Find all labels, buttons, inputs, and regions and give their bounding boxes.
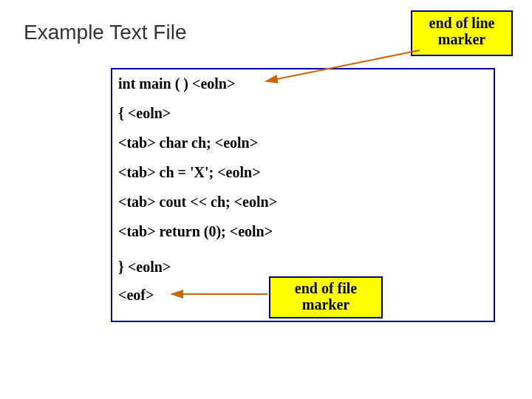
eof-label-line1: end of file — [270, 280, 381, 296]
end-of-line-label-box: end of line marker — [411, 10, 513, 56]
eof-marker: <eof> — [118, 287, 154, 303]
tab-marker: <tab> — [118, 223, 156, 239]
code-line-6: <tab> return (0); <eoln> — [118, 223, 273, 240]
eoln-marker: <eoln> — [215, 134, 258, 151]
code-line-8: <eof> — [118, 287, 154, 304]
tab-marker: <tab> — [118, 164, 156, 180]
eol-label-line1: end of line — [412, 15, 511, 31]
eoln-marker: <eoln> — [234, 194, 277, 210]
code-text: return (0); — [156, 223, 230, 239]
code-line-2: { <eoln> — [118, 105, 171, 122]
eoln-marker: <eoln> — [217, 164, 260, 180]
tab-marker: <tab> — [118, 134, 156, 151]
eoln-marker: <eoln> — [192, 75, 235, 92]
code-text: char ch; — [156, 134, 215, 151]
eoln-marker: <eoln> — [230, 223, 273, 239]
code-text: ch = 'X'; — [156, 164, 218, 180]
code-line-1: int main ( ) <eoln> — [118, 75, 235, 92]
code-text: int main ( ) — [118, 75, 192, 92]
code-line-5: <tab> cout << ch; <eoln> — [118, 194, 277, 211]
page-title: Example Text File — [24, 21, 186, 44]
code-text: { — [118, 105, 128, 121]
code-line-4: <tab> ch = 'X'; <eoln> — [118, 164, 261, 181]
eof-label-line2: marker — [270, 296, 381, 313]
eoln-marker: <eoln> — [128, 259, 171, 275]
code-text: } — [118, 259, 128, 275]
code-text: cout << ch; — [156, 194, 234, 210]
code-line-3: <tab> char ch; <eoln> — [118, 134, 258, 151]
end-of-file-label-box: end of file marker — [269, 276, 383, 318]
tab-marker: <tab> — [118, 194, 156, 210]
eoln-marker: <eoln> — [128, 105, 171, 121]
code-frame: int main ( ) <eoln> { <eoln> <tab> char … — [111, 68, 495, 322]
code-line-7: } <eoln> — [118, 259, 171, 276]
eol-label-line2: marker — [412, 31, 511, 47]
